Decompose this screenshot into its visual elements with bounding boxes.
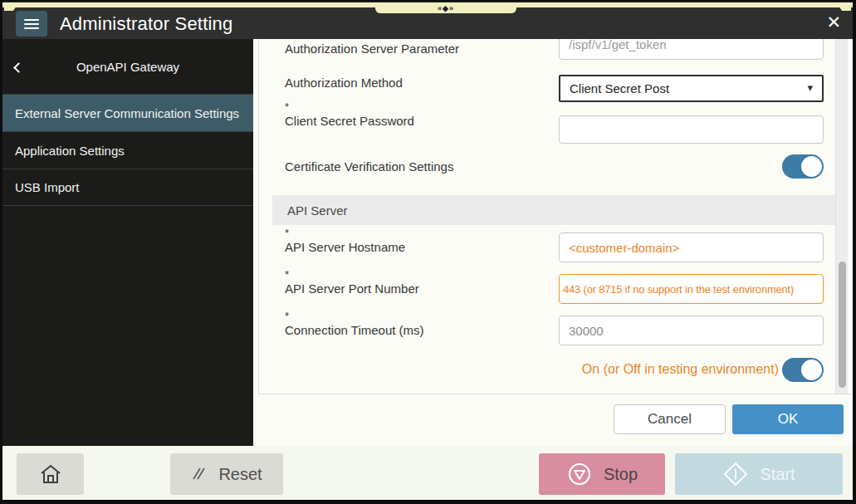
authorization-method-select[interactable]: Client Secret Post ▾ [559,75,824,102]
home-button[interactable] [17,453,84,495]
cert-verification-api-toggle[interactable] [782,358,824,382]
connection-timeout-label: * Connection Timeout (ms) [285,311,424,337]
status-pull-handle[interactable]: «◆» [375,2,516,13]
settings-scroll-area: Authorization Server Parameter Authoriza… [259,39,835,394]
sidebar-nav: External Server Communication Settings A… [2,94,253,206]
sidebar-header: OpenAPI Gateway [2,39,253,94]
scrollbar-thumb[interactable] [839,262,846,388]
footer-divider [258,394,851,394]
back-button[interactable] [11,59,29,76]
ok-button[interactable]: OK [732,404,844,434]
authorization-method-value: Client Secret Post [570,81,669,95]
api-server-hostname-input[interactable] [559,232,824,262]
cert-verification-auth-label: Certificate Verification Settings [285,159,453,174]
close-button[interactable]: ✕ [826,14,841,32]
client-secret-password-label: * Client Secret Password [285,102,414,128]
stop-button[interactable]: Stop [539,453,665,495]
pull-handle-icon: «◆» [438,4,454,12]
reset-button[interactable]: Reset [170,453,283,495]
cancel-button[interactable]: Cancel [614,404,726,434]
scrollbar-track[interactable] [835,39,848,394]
admin-setting-window: Administrator Setting ✕ «◆» OpenAPI Gate… [2,2,853,500]
chevron-down-icon: ▾ [807,81,813,94]
sidebar-item-usb-import[interactable]: USB Import [2,169,253,206]
authorization-method-label: Authorization Method [285,76,403,90]
menu-button[interactable] [16,11,47,37]
required-asterisk: * [285,270,419,279]
required-asterisk: * [285,228,405,237]
cert-verification-api-note: On (or Off in testing environment) [582,362,779,377]
auth-server-parameter-label: Authorization Server Parameter [285,42,459,56]
client-secret-password-input[interactable] [559,115,824,144]
close-icon: ✕ [826,12,841,32]
api-server-hostname-label: * API Server Hostname [285,228,405,254]
chevron-left-icon [13,62,24,73]
start-button[interactable]: Start [675,453,843,495]
start-label: Start [760,465,795,484]
sidebar-title: OpenAPI Gateway [2,60,253,74]
api-server-port-label: * API Server Port Number [285,270,419,296]
sidebar-item-application-settings[interactable]: Application Settings [2,131,253,169]
bottom-bar: Reset Stop Start [2,446,853,500]
page-title: Administrator Setting [60,13,232,35]
stop-label: Stop [604,465,638,484]
start-icon [722,461,749,487]
api-server-port-input[interactable] [559,274,824,304]
cert-verification-auth-toggle[interactable] [782,154,824,179]
stop-icon [566,461,593,487]
device-screen: Administrator Setting ✕ «◆» OpenAPI Gate… [0,0,856,504]
hamburger-icon [24,19,39,21]
reset-label: Reset [218,465,262,484]
home-icon [39,463,62,485]
connection-timeout-input[interactable] [559,316,824,345]
reset-icon [191,466,208,482]
sidebar-item-external-server-communication-settings[interactable]: External Server Communication Settings [2,94,253,131]
api-server-section-header: API Server [272,195,835,225]
required-asterisk: * [285,102,414,111]
auth-server-parameter-input[interactable] [559,39,824,60]
required-asterisk: * [285,311,424,321]
sidebar: OpenAPI Gateway External Server Communic… [2,39,253,446]
